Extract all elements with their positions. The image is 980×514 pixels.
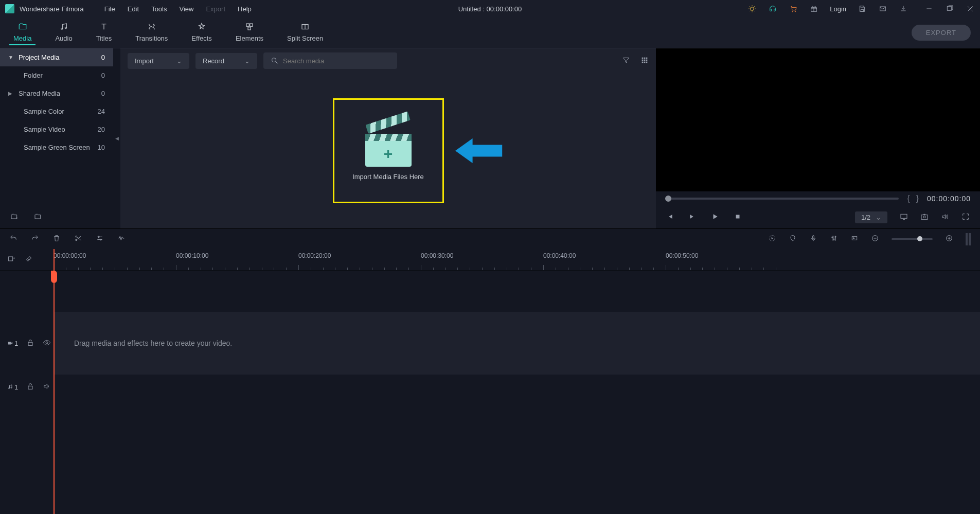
sidebar-item-sample-video[interactable]: Sample Video 20 — [0, 120, 113, 138]
menu-tools[interactable]: Tools — [151, 5, 167, 13]
search-media[interactable] — [263, 52, 397, 69]
sidebar-item-shared-media[interactable]: ▶ Shared Media 0 — [0, 84, 113, 102]
sidebar-item-project-media[interactable]: ▼ Project Media 0 — [0, 48, 113, 66]
undo-icon[interactable] — [9, 234, 17, 244]
clapperboard-icon: + — [365, 121, 412, 163]
split-icon[interactable] — [74, 234, 82, 244]
menubar: File Edit Tools View Export Help — [104, 5, 252, 13]
maximize-icon[interactable] — [945, 4, 954, 13]
svg-rect-9 — [250, 24, 253, 26]
mark-out-icon[interactable]: } — [916, 194, 919, 203]
sidebar-item-sample-color[interactable]: Sample Color 24 — [0, 102, 113, 120]
lock-icon[interactable] — [26, 382, 34, 392]
svg-rect-8 — [246, 24, 249, 26]
support-icon[interactable] — [768, 4, 777, 13]
grid-view-icon[interactable] — [640, 56, 649, 66]
tab-transitions[interactable]: Transitions — [131, 20, 172, 45]
tab-effects[interactable]: Effects — [187, 20, 216, 45]
import-dropdown[interactable]: Import — [128, 53, 189, 69]
volume-icon[interactable] — [941, 212, 949, 222]
visibility-icon[interactable] — [43, 339, 51, 348]
record-dropdown[interactable]: Record — [195, 53, 257, 69]
svg-rect-32 — [813, 236, 814, 239]
link-icon[interactable] — [25, 255, 33, 264]
sidebar-item-folder[interactable]: Folder 0 — [0, 66, 113, 84]
cart-icon[interactable] — [789, 4, 798, 13]
sidebar-item-sample-green[interactable]: Sample Green Screen 10 — [0, 138, 113, 156]
stop-icon[interactable] — [734, 213, 741, 222]
save-icon[interactable] — [858, 4, 867, 13]
render-icon[interactable] — [768, 234, 776, 244]
new-folder-icon[interactable] — [10, 212, 19, 222]
gift-icon[interactable] — [809, 4, 818, 13]
marker-icon[interactable] — [789, 234, 797, 244]
svg-rect-25 — [921, 215, 928, 219]
adjust-icon[interactable] — [96, 234, 104, 244]
playback-speed-dropdown[interactable]: 1/2⌄ — [855, 211, 887, 223]
tab-media[interactable]: Media — [9, 20, 35, 45]
open-folder-icon[interactable] — [34, 212, 42, 222]
tips-icon[interactable] — [747, 4, 757, 13]
timeline: 00:00:00:0000:00:10:0000:00:20:0000:00:3… — [0, 249, 980, 514]
prev-frame-icon[interactable] — [666, 213, 673, 222]
tutorial-arrow-icon — [455, 135, 505, 166]
tab-elements[interactable]: Elements — [231, 20, 268, 45]
login-button[interactable]: Login — [830, 5, 846, 13]
menu-help[interactable]: Help — [238, 5, 252, 13]
export-button: EXPORT — [912, 25, 971, 41]
audio-mixer-icon[interactable] — [830, 234, 838, 244]
import-media-box[interactable]: + Import Media Files Here — [333, 98, 444, 203]
tab-titles[interactable]: Titles — [92, 20, 116, 45]
svg-point-12 — [272, 58, 276, 62]
playhead[interactable] — [54, 249, 55, 514]
svg-rect-16 — [642, 59, 644, 61]
tab-split-screen[interactable]: Split Screen — [283, 20, 327, 45]
menu-edit[interactable]: Edit — [128, 5, 139, 13]
close-icon[interactable] — [966, 4, 975, 13]
crop-icon[interactable] — [850, 234, 859, 244]
expand-arrow-icon: ▼ — [8, 55, 14, 60]
tab-audio[interactable]: Audio — [51, 20, 76, 45]
search-input[interactable] — [283, 57, 390, 65]
collapse-sidebar-handle[interactable] — [113, 48, 120, 228]
timeline-view-toggle[interactable] — [966, 233, 971, 245]
zoom-out-icon[interactable] — [871, 234, 879, 244]
menu-view[interactable]: View — [179, 5, 193, 13]
svg-rect-17 — [644, 59, 646, 61]
audio-beat-icon[interactable] — [117, 234, 126, 244]
voiceover-icon[interactable] — [809, 234, 817, 244]
display-icon[interactable] — [900, 212, 908, 222]
fullscreen-icon[interactable] — [961, 212, 970, 222]
svg-rect-39 — [9, 257, 13, 261]
preview-viewport — [656, 48, 980, 191]
svg-rect-40 — [8, 342, 11, 345]
time-ruler[interactable]: 00:00:00:0000:00:10:0000:00:20:0000:00:3… — [54, 249, 980, 270]
mark-in-icon[interactable]: { — [907, 194, 910, 203]
video-track[interactable]: 1 Drag media and effects here to create … — [0, 312, 980, 375]
mute-icon[interactable] — [43, 382, 51, 392]
svg-rect-41 — [28, 342, 32, 345]
zoom-in-icon[interactable] — [945, 234, 953, 244]
snapshot-icon[interactable] — [920, 212, 929, 222]
minimize-icon[interactable] — [924, 4, 934, 13]
preview-scrubber[interactable] — [665, 198, 899, 200]
lock-icon[interactable] — [26, 339, 34, 348]
svg-point-7 — [65, 27, 66, 29]
timeline-toolbar — [0, 228, 980, 249]
redo-icon[interactable] — [31, 234, 39, 244]
app-logo-icon — [5, 4, 14, 13]
media-sidebar: ▼ Project Media 0 Folder 0 ▶ Shared Medi… — [0, 48, 113, 228]
next-frame-icon[interactable] — [689, 213, 696, 222]
message-icon[interactable] — [878, 4, 887, 13]
svg-rect-21 — [646, 61, 648, 63]
zoom-slider[interactable] — [892, 238, 933, 240]
add-track-icon[interactable] — [7, 255, 15, 264]
menu-file[interactable]: File — [104, 5, 115, 13]
download-icon[interactable] — [899, 4, 908, 13]
delete-icon[interactable] — [52, 234, 61, 244]
filter-icon[interactable] — [622, 56, 630, 66]
svg-rect-14 — [644, 57, 646, 59]
play-icon[interactable] — [711, 213, 719, 222]
audio-track[interactable]: 1 — [0, 375, 980, 399]
svg-point-27 — [76, 236, 77, 237]
